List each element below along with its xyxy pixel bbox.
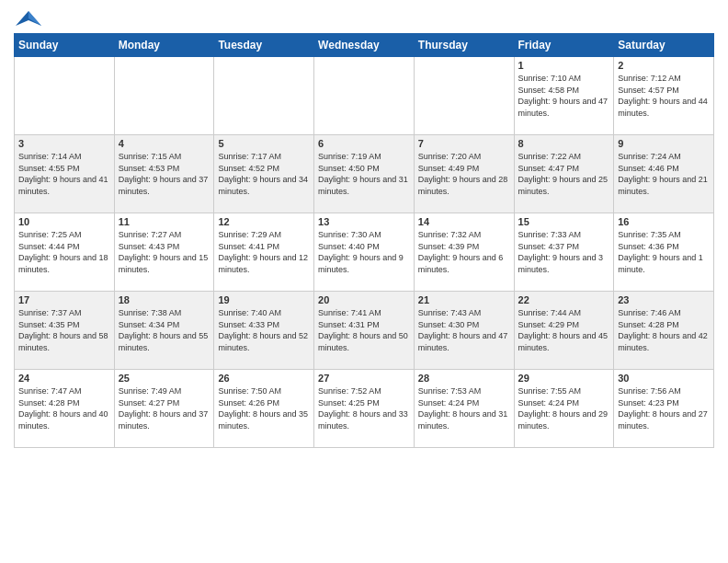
day-number: 4 bbox=[119, 138, 210, 149]
day-info: Sunrise: 7:12 AM Sunset: 4:57 PM Dayligh… bbox=[618, 73, 710, 119]
calendar-cell: 18Sunrise: 7:38 AM Sunset: 4:34 PM Dayli… bbox=[114, 292, 214, 370]
day-info: Sunrise: 7:52 AM Sunset: 4:25 PM Dayligh… bbox=[318, 385, 410, 431]
svg-marker-1 bbox=[28, 11, 41, 26]
day-number: 2 bbox=[618, 60, 710, 71]
day-number: 10 bbox=[18, 216, 110, 227]
calendar-cell: 9Sunrise: 7:24 AM Sunset: 4:46 PM Daylig… bbox=[614, 135, 714, 213]
day-info: Sunrise: 7:50 AM Sunset: 4:26 PM Dayligh… bbox=[218, 385, 310, 431]
day-number: 28 bbox=[418, 373, 510, 384]
logo bbox=[14, 9, 41, 26]
day-info: Sunrise: 7:15 AM Sunset: 4:53 PM Dayligh… bbox=[119, 151, 210, 197]
calendar-week-3: 10Sunrise: 7:25 AM Sunset: 4:44 PM Dayli… bbox=[15, 213, 714, 292]
day-number: 23 bbox=[618, 294, 710, 305]
calendar-body: 1Sunrise: 7:10 AM Sunset: 4:58 PM Daylig… bbox=[15, 57, 714, 448]
calendar-cell bbox=[214, 57, 314, 135]
day-number: 24 bbox=[18, 373, 110, 384]
day-number: 16 bbox=[618, 216, 710, 227]
day-info: Sunrise: 7:35 AM Sunset: 4:36 PM Dayligh… bbox=[618, 229, 710, 275]
day-info: Sunrise: 7:55 AM Sunset: 4:24 PM Dayligh… bbox=[518, 385, 610, 431]
day-number: 5 bbox=[218, 138, 310, 149]
calendar-cell: 24Sunrise: 7:47 AM Sunset: 4:28 PM Dayli… bbox=[15, 370, 115, 448]
day-number: 19 bbox=[218, 294, 310, 305]
day-info: Sunrise: 7:14 AM Sunset: 4:55 PM Dayligh… bbox=[18, 151, 110, 197]
day-number: 14 bbox=[418, 216, 510, 227]
day-info: Sunrise: 7:37 AM Sunset: 4:35 PM Dayligh… bbox=[18, 307, 110, 353]
day-number: 3 bbox=[18, 138, 110, 149]
day-number: 26 bbox=[218, 373, 310, 384]
calendar-cell: 15Sunrise: 7:33 AM Sunset: 4:37 PM Dayli… bbox=[514, 213, 614, 292]
calendar-week-1: 1Sunrise: 7:10 AM Sunset: 4:58 PM Daylig… bbox=[15, 57, 714, 135]
calendar-cell: 3Sunrise: 7:14 AM Sunset: 4:55 PM Daylig… bbox=[15, 135, 115, 213]
calendar-cell bbox=[114, 57, 214, 135]
day-number: 17 bbox=[18, 294, 110, 305]
day-number: 9 bbox=[618, 138, 710, 149]
calendar-week-5: 24Sunrise: 7:47 AM Sunset: 4:28 PM Dayli… bbox=[15, 370, 714, 448]
calendar-cell: 7Sunrise: 7:20 AM Sunset: 4:49 PM Daylig… bbox=[414, 135, 514, 213]
calendar-cell: 2Sunrise: 7:12 AM Sunset: 4:57 PM Daylig… bbox=[614, 57, 714, 135]
day-info: Sunrise: 7:30 AM Sunset: 4:40 PM Dayligh… bbox=[318, 229, 410, 275]
calendar-cell: 17Sunrise: 7:37 AM Sunset: 4:35 PM Dayli… bbox=[15, 292, 115, 370]
day-info: Sunrise: 7:56 AM Sunset: 4:23 PM Dayligh… bbox=[618, 385, 710, 431]
day-info: Sunrise: 7:29 AM Sunset: 4:41 PM Dayligh… bbox=[218, 229, 310, 275]
day-number: 27 bbox=[318, 373, 410, 384]
weekday-friday: Friday bbox=[514, 34, 614, 57]
calendar-cell: 20Sunrise: 7:41 AM Sunset: 4:31 PM Dayli… bbox=[314, 292, 415, 370]
calendar-cell bbox=[15, 57, 115, 135]
day-info: Sunrise: 7:17 AM Sunset: 4:52 PM Dayligh… bbox=[218, 151, 310, 197]
day-number: 13 bbox=[318, 216, 410, 227]
calendar-cell: 11Sunrise: 7:27 AM Sunset: 4:43 PM Dayli… bbox=[114, 213, 214, 292]
calendar-cell: 25Sunrise: 7:49 AM Sunset: 4:27 PM Dayli… bbox=[114, 370, 214, 448]
calendar-cell: 12Sunrise: 7:29 AM Sunset: 4:41 PM Dayli… bbox=[214, 213, 314, 292]
calendar-cell: 5Sunrise: 7:17 AM Sunset: 4:52 PM Daylig… bbox=[214, 135, 314, 213]
weekday-header-row: SundayMondayTuesdayWednesdayThursdayFrid… bbox=[15, 34, 714, 57]
day-number: 22 bbox=[518, 294, 610, 305]
day-info: Sunrise: 7:43 AM Sunset: 4:30 PM Dayligh… bbox=[418, 307, 510, 353]
weekday-thursday: Thursday bbox=[414, 34, 514, 57]
day-info: Sunrise: 7:27 AM Sunset: 4:43 PM Dayligh… bbox=[119, 229, 210, 275]
calendar-cell bbox=[414, 57, 514, 135]
day-number: 6 bbox=[318, 138, 410, 149]
header bbox=[14, 9, 714, 26]
day-info: Sunrise: 7:22 AM Sunset: 4:47 PM Dayligh… bbox=[518, 151, 610, 197]
day-info: Sunrise: 7:25 AM Sunset: 4:44 PM Dayligh… bbox=[18, 229, 110, 275]
day-info: Sunrise: 7:38 AM Sunset: 4:34 PM Dayligh… bbox=[119, 307, 210, 353]
day-number: 25 bbox=[119, 373, 210, 384]
day-number: 18 bbox=[119, 294, 210, 305]
day-number: 20 bbox=[318, 294, 410, 305]
calendar-cell: 13Sunrise: 7:30 AM Sunset: 4:40 PM Dayli… bbox=[314, 213, 415, 292]
day-info: Sunrise: 7:10 AM Sunset: 4:58 PM Dayligh… bbox=[518, 73, 610, 119]
weekday-tuesday: Tuesday bbox=[214, 34, 314, 57]
calendar-cell: 23Sunrise: 7:46 AM Sunset: 4:28 PM Dayli… bbox=[614, 292, 714, 370]
calendar-cell: 14Sunrise: 7:32 AM Sunset: 4:39 PM Dayli… bbox=[414, 213, 514, 292]
page-container: SundayMondayTuesdayWednesdayThursdayFrid… bbox=[0, 0, 728, 563]
calendar-cell: 30Sunrise: 7:56 AM Sunset: 4:23 PM Dayli… bbox=[614, 370, 714, 448]
day-info: Sunrise: 7:32 AM Sunset: 4:39 PM Dayligh… bbox=[418, 229, 510, 275]
day-info: Sunrise: 7:41 AM Sunset: 4:31 PM Dayligh… bbox=[318, 307, 410, 353]
logo-icon bbox=[16, 9, 41, 29]
weekday-monday: Monday bbox=[114, 34, 214, 57]
weekday-saturday: Saturday bbox=[614, 34, 714, 57]
calendar-cell: 21Sunrise: 7:43 AM Sunset: 4:30 PM Dayli… bbox=[414, 292, 514, 370]
calendar-cell: 22Sunrise: 7:44 AM Sunset: 4:29 PM Dayli… bbox=[514, 292, 614, 370]
day-info: Sunrise: 7:19 AM Sunset: 4:50 PM Dayligh… bbox=[318, 151, 410, 197]
calendar-cell: 29Sunrise: 7:55 AM Sunset: 4:24 PM Dayli… bbox=[514, 370, 614, 448]
calendar-cell bbox=[314, 57, 415, 135]
calendar-table: SundayMondayTuesdayWednesdayThursdayFrid… bbox=[14, 33, 714, 448]
calendar-week-4: 17Sunrise: 7:37 AM Sunset: 4:35 PM Dayli… bbox=[15, 292, 714, 370]
day-number: 15 bbox=[518, 216, 610, 227]
calendar-cell: 19Sunrise: 7:40 AM Sunset: 4:33 PM Dayli… bbox=[214, 292, 314, 370]
day-number: 30 bbox=[618, 373, 710, 384]
day-number: 29 bbox=[518, 373, 610, 384]
day-number: 21 bbox=[418, 294, 510, 305]
day-info: Sunrise: 7:40 AM Sunset: 4:33 PM Dayligh… bbox=[218, 307, 310, 353]
calendar-cell: 28Sunrise: 7:53 AM Sunset: 4:24 PM Dayli… bbox=[414, 370, 514, 448]
day-info: Sunrise: 7:53 AM Sunset: 4:24 PM Dayligh… bbox=[418, 385, 510, 431]
calendar-cell: 16Sunrise: 7:35 AM Sunset: 4:36 PM Dayli… bbox=[614, 213, 714, 292]
day-info: Sunrise: 7:46 AM Sunset: 4:28 PM Dayligh… bbox=[618, 307, 710, 353]
day-number: 8 bbox=[518, 138, 610, 149]
day-info: Sunrise: 7:24 AM Sunset: 4:46 PM Dayligh… bbox=[618, 151, 710, 197]
weekday-wednesday: Wednesday bbox=[314, 34, 415, 57]
calendar-week-2: 3Sunrise: 7:14 AM Sunset: 4:55 PM Daylig… bbox=[15, 135, 714, 213]
day-number: 7 bbox=[418, 138, 510, 149]
day-number: 11 bbox=[119, 216, 210, 227]
